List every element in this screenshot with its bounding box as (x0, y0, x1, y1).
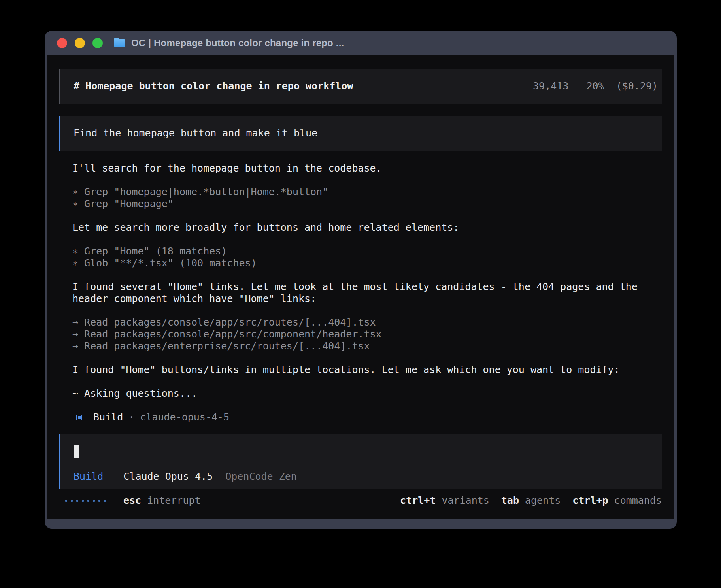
assistant-paragraph: I'll search for the homepage button in t… (72, 162, 654, 174)
status-left: esc interrupt (65, 495, 201, 507)
terminal-content: # Homepage button color change in repo w… (47, 55, 674, 519)
tool-call-glob: ∗ Glob "**/*.tsx" (100 matches) (72, 257, 654, 269)
close-button[interactable] (57, 38, 67, 48)
window-title: OC | Homepage button color change in rep… (131, 38, 344, 49)
tool-call-grep: ∗ Grep "Homepage" (72, 198, 654, 210)
tool-call-read: → Read packages/console/app/src/componen… (72, 328, 654, 340)
tool-call-grep: ∗ Grep "Home" (18 matches) (72, 245, 654, 257)
hint-agents: tabagents (501, 495, 561, 507)
tool-call-group: → Read packages/console/app/src/routes/[… (72, 317, 654, 352)
session-title: # Homepage button color change in repo w… (74, 80, 353, 92)
user-message-text: Find the homepage button and make it blu… (74, 127, 317, 139)
input-provider-label: OpenCode Zen (225, 471, 297, 482)
hint-variants-label: variants (442, 495, 489, 506)
spinner-dots-icon (65, 500, 106, 502)
folder-icon (114, 39, 125, 47)
hint-commands-label: commands (614, 495, 662, 506)
esc-key-hint: esc (123, 495, 141, 507)
conversation: I'll search for the homepage button in t… (72, 162, 654, 423)
build-agent-icon-core (78, 416, 81, 419)
assistant-paragraph: I found "Home" buttons/links in multiple… (72, 364, 654, 376)
hint-commands-key: ctrl+p (572, 495, 608, 506)
hint-variants-key: ctrl+t (400, 495, 436, 506)
agent-separator: · (128, 411, 134, 423)
maximize-button[interactable] (92, 38, 103, 48)
tool-call-read: → Read packages/enterprise/src/routes/[.… (72, 340, 654, 352)
tool-call-group: ∗ Grep "Home" (18 matches) ∗ Glob "**/*.… (72, 245, 654, 269)
prompt-input[interactable]: Build Claude Opus 4.5 OpenCode Zen (59, 434, 662, 489)
context-percent: 20% (586, 80, 604, 92)
agent-status-row: Build · claude-opus-4-5 (72, 411, 654, 423)
asking-questions-status: ~ Asking questions... (72, 388, 654, 400)
assistant-paragraph: I found several "Home" links. Let me loo… (72, 281, 654, 305)
input-mode-label: Build (74, 471, 103, 482)
session-header: # Homepage button color change in repo w… (59, 69, 662, 104)
window-titlebar[interactable]: OC | Homepage button color change in rep… (45, 31, 677, 55)
user-message: Find the homepage button and make it blu… (59, 116, 662, 151)
input-model-label: Claude Opus 4.5 (123, 471, 213, 482)
minimize-button[interactable] (75, 38, 85, 48)
hint-agents-label: agents (525, 495, 561, 506)
hint-commands: ctrl+pcommands (572, 495, 662, 507)
session-stats: 39,413 20% ($0.29) (533, 80, 658, 92)
token-count: 39,413 (533, 80, 568, 92)
session-cost: ($0.29) (616, 80, 658, 92)
esc-key-label: interrupt (147, 495, 200, 507)
input-meta: Build Claude Opus 4.5 OpenCode Zen (74, 471, 658, 482)
agent-name: Build (93, 411, 123, 423)
hint-agents-key: tab (501, 495, 519, 506)
build-agent-icon (76, 415, 82, 420)
status-right: ctrl+tvariants tabagents ctrl+pcommands (388, 495, 662, 507)
text-cursor (74, 445, 79, 458)
tool-call-grep: ∗ Grep "homepage|home.*button|Home.*butt… (72, 186, 654, 198)
agent-model: claude-opus-4-5 (140, 411, 229, 423)
tool-call-group: ∗ Grep "homepage|home.*button|Home.*butt… (72, 186, 654, 210)
status-bar: esc interrupt ctrl+tvariants tabagents c… (59, 495, 662, 507)
assistant-paragraph: Let me search more broadly for buttons a… (72, 222, 654, 234)
tool-call-read: → Read packages/console/app/src/routes/[… (72, 317, 654, 328)
hint-variants: ctrl+tvariants (400, 495, 489, 507)
terminal-window: OC | Homepage button color change in rep… (45, 31, 677, 529)
